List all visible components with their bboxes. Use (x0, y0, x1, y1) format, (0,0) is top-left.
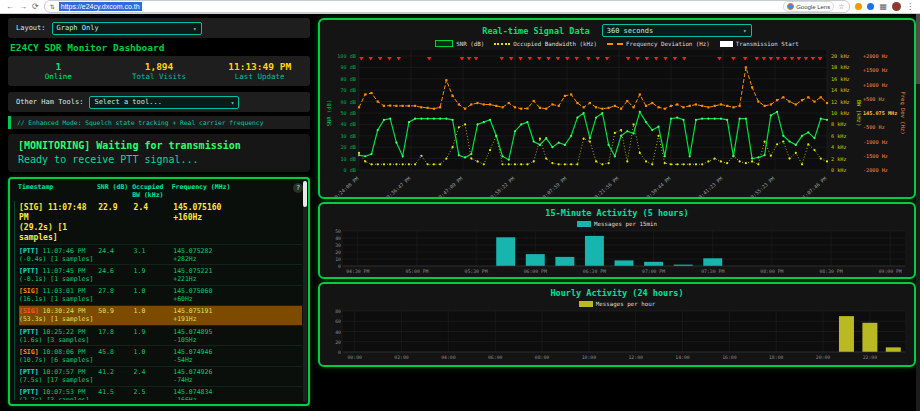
svg-text:10:21:56 PM: 10:21:56 PM (591, 175, 620, 199)
reload-icon[interactable]: ⟳ (32, 0, 39, 14)
svg-text:40: 40 (335, 236, 341, 241)
page-scrollbar-thumb[interactable] (916, 14, 920, 84)
svg-text:08:00: 08:00 (535, 355, 550, 360)
legend-item[interactable]: Frequency Deviation (Hz) (607, 41, 710, 47)
last-update-label: Last Update (209, 72, 310, 81)
hourly-header: Hourly Activity (24 hours) (320, 284, 914, 299)
table-row[interactable]: [PTT] 11:07:46 PM(-0.4s) [1 samples]24.4… (19, 245, 302, 265)
olive-bar-swatch (579, 301, 593, 307)
signal-tag: [PTT] (19, 247, 39, 255)
hourly-panel: Hourly Activity (24 hours) Messages per … (318, 282, 916, 367)
table-row[interactable]: [PTT] 10:07:53 PM(2.7s) [3 samples]41.52… (19, 387, 302, 400)
svg-text:10:55:23 PM: 10:55:23 PM (747, 175, 776, 199)
svg-text:20: 20 (335, 250, 341, 255)
profile-avatar[interactable] (892, 2, 901, 11)
extensions-puzzle-icon[interactable]: ▦ (879, 0, 887, 14)
svg-text:07:00 PM: 07:00 PM (642, 269, 665, 274)
stat-last-update: 11:13:49 PM Last Update (209, 61, 310, 81)
svg-text:100 dB: 100 dB (337, 53, 356, 59)
legend-item[interactable]: Messages per 15min (577, 221, 657, 227)
svg-text:10 dB: 10 dB (340, 156, 356, 162)
star-icon[interactable]: ☆ (838, 3, 844, 11)
svg-text:07:30 PM: 07:30 PM (701, 269, 724, 274)
legend-item[interactable]: Occupied Bandwidth (kHz) (494, 41, 597, 47)
yellow-dotted-swatch (494, 43, 510, 45)
svg-text:10:07:59 PM: 10:07:59 PM (539, 175, 568, 199)
cell-bw: 2.4 (134, 203, 174, 243)
help-icon[interactable]: ? (293, 183, 303, 193)
legend-item[interactable]: Messages per hour (579, 301, 655, 307)
cell-frequency: 145.074926-74Hz (173, 368, 281, 384)
svg-text:8 kHz: 8 kHz (831, 121, 847, 127)
svg-text:-1500 Hz: -1500 Hz (863, 153, 888, 159)
cell-bw: 1.0 (134, 287, 174, 303)
legend-item[interactable]: SNR (dB) (435, 40, 484, 47)
cell-timestamp: [SIG] 11:07:48 PM(29.2s) [1 samples] (19, 203, 98, 243)
monitoring-status-panel: [MONITORING] Waiting for transmission Re… (8, 134, 310, 172)
table-row[interactable]: [PTT] 11:07:45 PM(-0.1s) [1 samples]24.6… (19, 265, 302, 285)
back-icon[interactable]: ← (6, 0, 14, 14)
time-range-select[interactable]: 360 seconds ▾ (602, 24, 752, 37)
svg-text:10: 10 (335, 257, 341, 262)
realtime-signal-panel: Real-time Signal Data 360 seconds ▾ SNR … (318, 18, 916, 199)
cell-frequency: 145.075060+60Hz (173, 287, 281, 303)
forward-icon[interactable]: → (19, 0, 27, 14)
table-row[interactable]: [SIG] 10:30:24 PM(53.3s) [1 samples]50.9… (19, 306, 302, 326)
table-row[interactable]: [SIG] 10:08:06 PM(10.7s) [6 samples]45.8… (19, 346, 302, 366)
extension-icon-blue[interactable] (867, 3, 874, 10)
extension-icon-orange[interactable] (855, 3, 862, 10)
svg-text:04:30 PM: 04:30 PM (346, 269, 369, 274)
signal-table-header: Timestamp SNR (dB) Occupied BW (kHz) Fre… (10, 179, 308, 201)
table-row[interactable]: [SIG] 11:03:01 PM(16.1s) [1 samples]27.8… (19, 286, 302, 306)
cell-offset: +160Hz (173, 213, 281, 223)
svg-text:20:00: 20:00 (816, 355, 831, 360)
layout-select[interactable]: Graph Only ▾ (52, 22, 202, 35)
hourly-chart: 02040608000:0002:0004:0006:0008:0010:001… (323, 308, 911, 364)
cell-duration: (29.2s) [1 samples] (19, 223, 98, 243)
svg-text:12 kHz: 12 kHz (831, 99, 850, 105)
legend-label: Messages per 15min (594, 221, 657, 227)
chevron-down-icon: ▾ (231, 99, 235, 106)
table-scrollbar-thumb[interactable] (303, 181, 307, 207)
left-panel: Layout: Graph Only ▾ E24CY SDR Monitor D… (8, 18, 310, 411)
table-scrollbar[interactable] (303, 181, 307, 402)
svg-text:06:00 PM: 06:00 PM (524, 269, 547, 274)
svg-text:0 dB: 0 dB (344, 167, 357, 173)
url-text[interactable]: https://e24cy.dxcom.co.th (59, 2, 142, 11)
table-row[interactable]: [PTT] 10:25:22 PM(1.6s) [3 samples]17.81… (19, 326, 302, 346)
stat-visits: 1,894 Total Visits (109, 61, 210, 81)
cell-bw: 1.0 (134, 348, 174, 364)
svg-text:9:24:08 PM: 9:24:08 PM (333, 175, 359, 199)
dashboard-page: Layout: Graph Only ▾ E24CY SDR Monitor D… (0, 14, 920, 411)
page-scrollbar[interactable] (916, 14, 920, 411)
svg-text:08:30 PM: 08:30 PM (819, 269, 842, 274)
svg-text:50: 50 (335, 229, 341, 234)
svg-text:70 dB: 70 dB (340, 87, 356, 93)
legend-item[interactable]: Transmission Start (720, 41, 799, 47)
cell-timestamp: [PTT] 11:07:45 PM(-0.1s) [1 samples] (19, 267, 98, 283)
hourly-legend: Messages per hour (320, 299, 914, 308)
svg-text:30 dB: 30 dB (340, 133, 356, 139)
page-title: E24CY SDR Monitor Dashboard (10, 42, 310, 53)
legend-label: Messages per hour (596, 301, 655, 307)
menu-dots-icon[interactable]: ⋮ (906, 0, 914, 14)
google-lens-button[interactable]: Google Lens (783, 1, 834, 12)
table-row[interactable]: [SIG] 11:07:48 PM(29.2s) [1 samples]22.9… (19, 201, 302, 245)
cell-frequency: 145.075282+282Hz (173, 247, 281, 263)
signal-chart: 100 dB90 dB80 dB70 dB60 dB50 dB40 dB30 d… (323, 48, 911, 199)
tools-select[interactable]: Select a tool... ▾ (89, 96, 239, 109)
legend-label: Transmission Start (736, 41, 799, 47)
cell-snr: 22.9 (98, 203, 133, 243)
cell-snr: 45.8 (98, 348, 133, 364)
svg-text:+1500 Hz: +1500 Hz (863, 67, 888, 73)
cell-duration: (2.7s) [3 samples] (19, 396, 98, 400)
address-bar[interactable]: ⇅ https://e24cy.dxcom.co.th Google Lens … (44, 0, 851, 13)
svg-text:09:00 PM: 09:00 PM (879, 269, 902, 274)
signal-table-body: [SIG] 11:07:48 PM(29.2s) [1 samples]22.9… (14, 201, 302, 400)
white-box-swatch (720, 41, 733, 47)
header-timestamp: Timestamp (18, 183, 97, 199)
table-row[interactable]: [PTT] 10:07:57 PM(7.5s) [17 samples]41.2… (19, 367, 302, 387)
svg-text:06:30 PM: 06:30 PM (583, 269, 606, 274)
cell-snr: 24.4 (98, 247, 133, 263)
svg-text:+2000 Hz: +2000 Hz (863, 53, 888, 59)
